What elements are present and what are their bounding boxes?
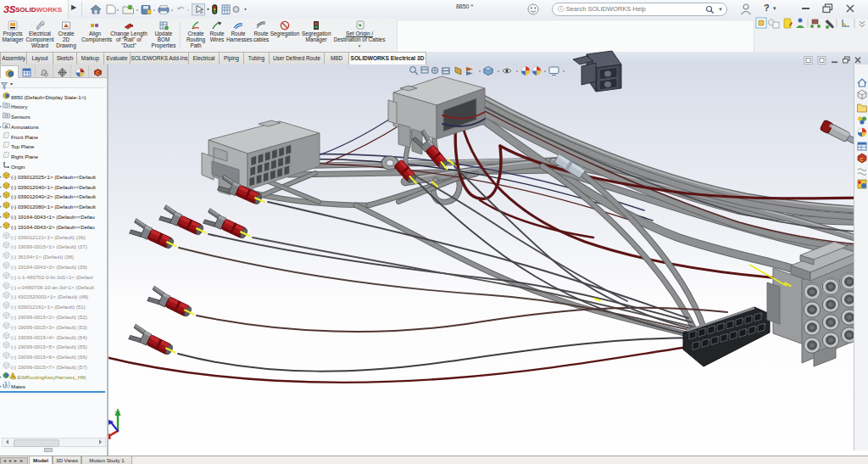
svg-text:A: A bbox=[5, 123, 8, 128]
svg-text:!: ! bbox=[12, 373, 13, 378]
svg-text:C: C bbox=[860, 157, 864, 162]
svg-text:C: C bbox=[96, 70, 99, 75]
